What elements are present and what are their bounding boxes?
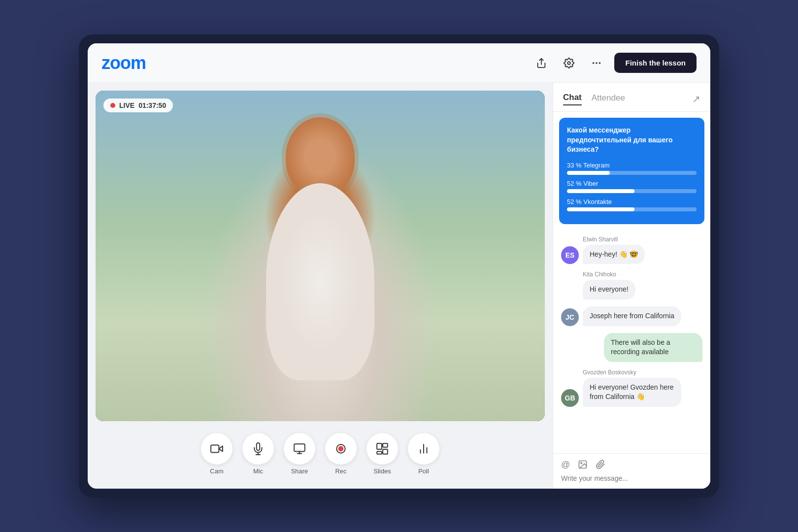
poll-option-label-1: 52 % Viber xyxy=(567,180,697,187)
poll-bar-fill-1 xyxy=(567,189,634,193)
chat-header: Chat Attendee ↗ xyxy=(553,83,710,112)
slides-button[interactable] xyxy=(366,433,398,465)
message-bubble-4: Hi everyone! Gvozden here from Californi… xyxy=(583,378,681,407)
message-group-3: There will also be a recording available xyxy=(561,333,702,362)
svg-point-1 xyxy=(568,62,571,65)
poll-option-label-2: 52 % Vkontakte xyxy=(567,198,697,205)
svg-point-2 xyxy=(593,62,595,64)
tab-attendee[interactable]: Attendee xyxy=(592,93,625,105)
poll-button[interactable] xyxy=(408,433,439,465)
share-button[interactable] xyxy=(284,433,315,465)
message-group-4: Gvozden Boskovsky GB Hi everyone! Gvozde… xyxy=(561,369,702,407)
svg-point-13 xyxy=(338,446,344,452)
cam-label: Cam xyxy=(210,467,223,475)
video-feed xyxy=(96,91,545,421)
poll-option-1: 52 % Viber xyxy=(567,180,697,193)
message-sender-4: Gvozden Boskovsky xyxy=(561,369,702,376)
slides-label: Slides xyxy=(373,467,391,475)
settings-icon-button[interactable] xyxy=(559,53,579,73)
message-bubble-3: There will also be a recording available xyxy=(604,333,702,362)
zoom-logo: zoom xyxy=(101,53,532,73)
share-control[interactable]: Share xyxy=(284,433,315,475)
video-container: LIVE 01:37:50 xyxy=(96,91,545,421)
attachment-icon[interactable] xyxy=(596,460,605,470)
poll-option-2: 52 % Vkontakte xyxy=(567,198,697,211)
svg-rect-14 xyxy=(377,443,382,449)
share-label: Share xyxy=(291,467,308,475)
finish-lesson-button[interactable]: Finish the lesson xyxy=(614,53,697,73)
message-row-1: Hi everyone! xyxy=(561,280,702,299)
svg-rect-9 xyxy=(294,444,305,451)
mention-icon[interactable]: @ xyxy=(561,460,570,470)
tab-chat[interactable]: Chat xyxy=(563,93,582,105)
cam-button[interactable] xyxy=(201,433,233,465)
rec-label: Rec xyxy=(335,467,346,475)
rec-control[interactable]: Rec xyxy=(325,433,357,475)
controls-bar: Cam Mic xyxy=(96,427,545,481)
poll-option-0: 33 % Telegram xyxy=(567,162,697,175)
svg-point-4 xyxy=(599,62,601,64)
svg-rect-17 xyxy=(377,451,382,454)
message-row-4: GB Hi everyone! Gvozden here from Califo… xyxy=(561,378,702,407)
svg-rect-16 xyxy=(383,449,388,454)
message-bubble-2: Joseph here from California xyxy=(583,306,681,326)
message-row-2: JC Joseph here from California xyxy=(561,306,702,326)
avatar-es: ES xyxy=(561,246,579,264)
chat-input-area: @ xyxy=(553,453,710,489)
message-row-0: ES Hey-hey! 👋 🤓 xyxy=(561,245,702,265)
chat-expand-icon[interactable]: ↗ xyxy=(692,93,700,105)
poll-control[interactable]: Poll xyxy=(408,433,439,475)
message-sender-1: Kita Chihoko xyxy=(561,271,702,278)
svg-rect-15 xyxy=(383,443,388,447)
svg-point-22 xyxy=(581,463,582,464)
poll-option-label-0: 33 % Telegram xyxy=(567,162,697,169)
share-icon-button[interactable] xyxy=(532,53,551,73)
header-actions: Finish the lesson xyxy=(532,53,697,73)
chat-messages: Elwin Sharvill ES Hey-hey! 👋 🤓 Kita Chih… xyxy=(553,230,710,453)
poll-bar-fill-0 xyxy=(567,171,610,175)
avatar-gb: GB xyxy=(561,389,579,407)
message-group-1: Kita Chihoko Hi everyone! xyxy=(561,271,702,299)
mic-label: Mic xyxy=(253,467,263,475)
poll-question: Какой мессенджер предпочтительней для ва… xyxy=(567,126,697,155)
live-badge: LIVE 01:37:50 xyxy=(103,99,173,112)
message-bubble-1: Hi everyone! xyxy=(583,280,635,299)
live-indicator xyxy=(110,103,115,108)
avatar-jc: JC xyxy=(561,308,579,326)
chat-panel: Chat Attendee ↗ Какой мессенджер предпоч… xyxy=(553,83,710,489)
message-sender-0: Elwin Sharvill xyxy=(561,236,702,243)
video-section: LIVE 01:37:50 Cam xyxy=(88,83,553,489)
app-container: zoom xyxy=(88,43,710,489)
timer: 01:37:50 xyxy=(138,101,166,109)
svg-marker-5 xyxy=(219,446,223,452)
slides-control[interactable]: Slides xyxy=(366,433,398,475)
cam-control[interactable]: Cam xyxy=(201,433,233,475)
device-frame: zoom xyxy=(79,34,719,498)
message-group-2: JC Joseph here from California xyxy=(561,306,702,326)
main-content: LIVE 01:37:50 Cam xyxy=(88,83,710,489)
more-options-button[interactable] xyxy=(587,53,606,73)
message-row-3: There will also be a recording available xyxy=(561,333,702,362)
message-input[interactable] xyxy=(561,474,702,482)
message-bubble-0: Hey-hey! 👋 🤓 xyxy=(583,245,645,265)
poll-bar-bg-2 xyxy=(567,207,697,211)
poll-card: Какой мессенджер предпочтительней для ва… xyxy=(559,118,704,224)
svg-point-3 xyxy=(596,62,598,64)
svg-rect-6 xyxy=(211,445,219,452)
poll-bar-fill-2 xyxy=(567,207,634,211)
poll-bar-bg-0 xyxy=(567,171,697,175)
poll-label: Poll xyxy=(418,467,429,475)
rec-button[interactable] xyxy=(325,433,357,465)
header: zoom xyxy=(88,43,710,83)
chat-input-icons: @ xyxy=(561,460,702,470)
mic-control[interactable]: Mic xyxy=(242,433,274,475)
message-group-0: Elwin Sharvill ES Hey-hey! 👋 🤓 xyxy=(561,236,702,265)
image-icon[interactable] xyxy=(578,460,588,470)
mic-button[interactable] xyxy=(242,433,274,465)
live-label: LIVE xyxy=(119,101,134,109)
poll-bar-bg-1 xyxy=(567,189,697,193)
